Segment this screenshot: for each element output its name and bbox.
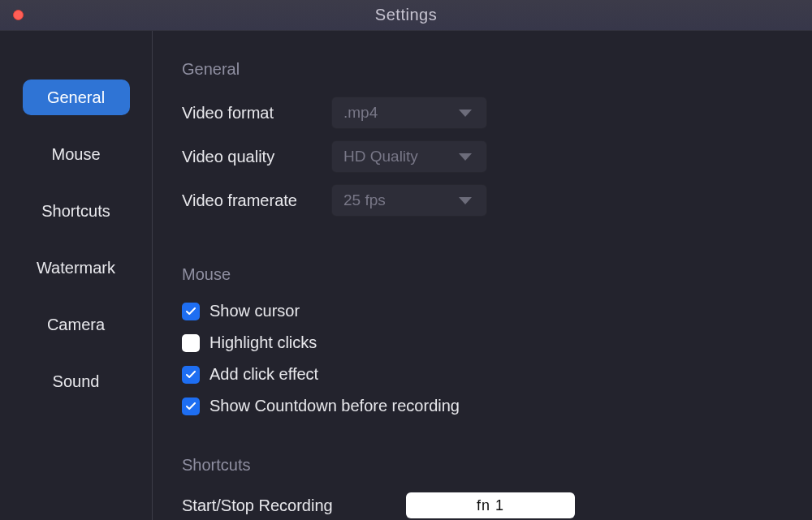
chevron-down-icon <box>459 110 472 117</box>
sidebar: General Mouse Shortcuts Watermark Camera… <box>0 31 153 520</box>
add-click-effect-label: Add click effect <box>209 365 318 384</box>
select-value: 25 fps <box>343 191 386 209</box>
start-stop-label: Start/Stop Recording <box>182 496 406 515</box>
sidebar-item-label: Shortcuts <box>41 202 110 221</box>
highlight-clicks-checkbox[interactable] <box>182 334 200 352</box>
show-cursor-checkbox[interactable] <box>182 303 200 320</box>
titlebar: Settings <box>0 0 812 31</box>
window-title: Settings <box>0 6 812 24</box>
check-icon <box>186 307 196 316</box>
main-panel: General Video format .mp4 Video quality … <box>153 31 812 520</box>
show-countdown-label: Show Countdown before recording <box>209 397 460 415</box>
shortcut-value: fn 1 <box>477 497 504 514</box>
sidebar-item-label: Mouse <box>51 145 100 164</box>
sidebar-item-mouse[interactable]: Mouse <box>23 136 130 172</box>
sidebar-item-label: Watermark <box>37 259 115 277</box>
sidebar-item-sound[interactable]: Sound <box>23 363 130 399</box>
chevron-down-icon <box>459 153 472 161</box>
check-icon <box>186 402 196 410</box>
add-click-effect-checkbox[interactable] <box>182 366 200 384</box>
select-value: HD Quality <box>343 148 418 165</box>
start-stop-shortcut-input[interactable]: fn 1 <box>406 492 575 518</box>
show-countdown-checkbox[interactable] <box>182 398 200 415</box>
sidebar-item-label: General <box>47 88 105 107</box>
video-format-select[interactable]: .mp4 <box>331 97 487 129</box>
video-quality-label: Video quality <box>182 148 331 166</box>
video-framerate-label: Video framerate <box>182 191 331 210</box>
select-value: .mp4 <box>343 104 378 122</box>
section-title-shortcuts: Shortcuts <box>182 456 783 475</box>
section-title-general: General <box>182 60 783 79</box>
sidebar-item-watermark[interactable]: Watermark <box>23 250 130 286</box>
sidebar-item-label: Camera <box>47 316 105 334</box>
video-format-label: Video format <box>182 104 331 122</box>
check-icon <box>186 371 196 379</box>
video-quality-select[interactable]: HD Quality <box>331 140 487 173</box>
sidebar-item-general[interactable]: General <box>23 80 130 115</box>
sidebar-item-camera[interactable]: Camera <box>23 307 130 342</box>
highlight-clicks-label: Highlight clicks <box>209 333 317 352</box>
video-framerate-select[interactable]: 25 fps <box>331 184 487 217</box>
section-title-mouse: Mouse <box>182 265 783 284</box>
show-cursor-label: Show cursor <box>209 302 300 320</box>
sidebar-item-label: Sound <box>53 372 100 391</box>
sidebar-item-shortcuts[interactable]: Shortcuts <box>23 193 130 229</box>
chevron-down-icon <box>459 197 472 204</box>
